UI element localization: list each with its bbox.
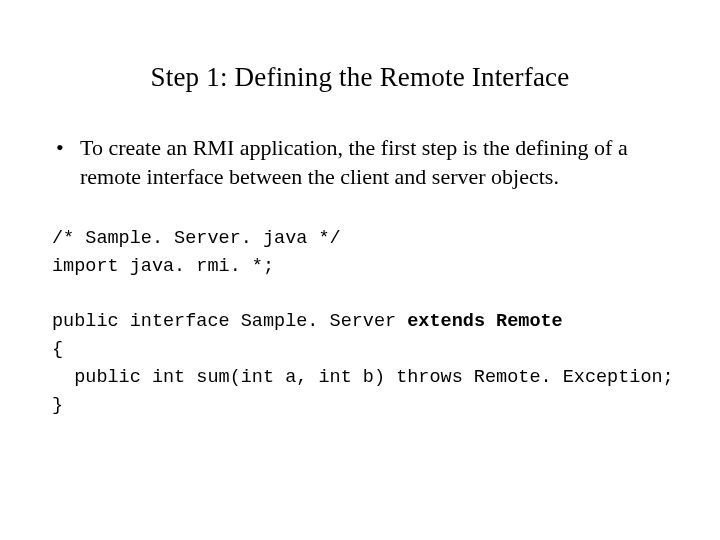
code-block: /* Sample. Server. java */ import java. … [52, 225, 670, 419]
code-line: { [52, 339, 63, 360]
code-line: public interface Sample. Server [52, 311, 407, 332]
code-line: } [52, 395, 63, 416]
code-keyword: extends Remote [407, 311, 562, 332]
bullet-item: To create an RMI application, the first … [54, 133, 670, 191]
code-line: import java. rmi. *; [52, 256, 274, 277]
code-line: public int sum(int a, int b) throws Remo… [52, 367, 674, 388]
bullet-list: To create an RMI application, the first … [50, 133, 670, 191]
slide: Step 1: Defining the Remote Interface To… [0, 0, 720, 540]
code-line: /* Sample. Server. java */ [52, 228, 341, 249]
slide-title: Step 1: Defining the Remote Interface [50, 62, 670, 93]
